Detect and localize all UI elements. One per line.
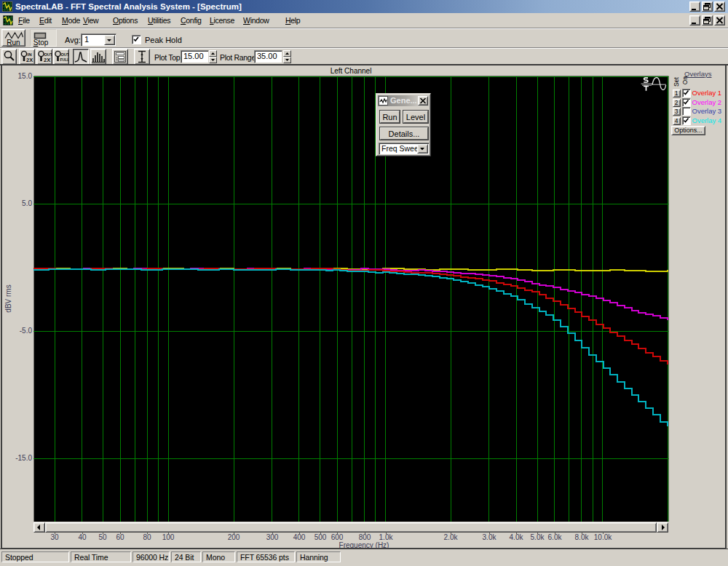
svg-text:2X: 2X (44, 57, 50, 63)
svg-text:OUT: OUT (60, 52, 68, 57)
svg-text:FULL: FULL (60, 57, 68, 62)
svg-text:2X: 2X (26, 57, 33, 63)
